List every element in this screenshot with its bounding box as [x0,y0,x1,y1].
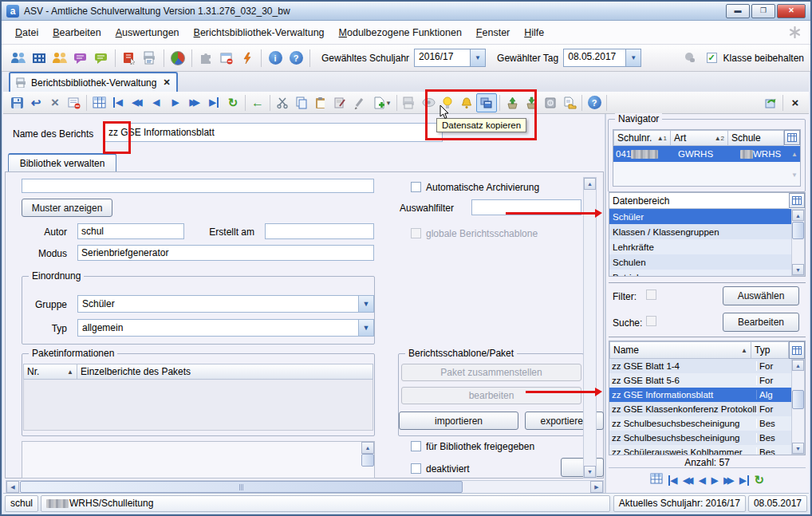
scroll-up-button[interactable]: ▲ [584,178,596,190]
fast-back-icon[interactable]: ◀◀ [128,94,147,112]
chevron-down-icon[interactable]: ▼ [358,320,373,336]
print-icon[interactable] [400,94,419,112]
undo-icon[interactable]: ↩ [26,94,45,112]
first-record-icon[interactable]: ◀ [668,475,677,486]
gruppe-select[interactable]: Schüler ▼ [77,295,374,313]
record-remove-icon[interactable] [65,94,84,112]
partial-hidden-button[interactable] [561,458,604,477]
report-col-name[interactable]: Name▲ [609,341,751,359]
message-purple-icon[interactable] [70,49,91,68]
minimize-button[interactable]: ▬ [726,4,750,18]
paste-icon[interactable] [311,94,330,112]
chevron-down-icon[interactable]: ▾ [387,99,391,107]
preview-icon[interactable] [419,94,438,112]
table-view-icon[interactable] [89,94,108,112]
fuer-bibliothek-freigegeben-checkbox[interactable] [411,441,421,451]
schuljahr-select[interactable]: 2016/17 ▼ [414,49,486,67]
paket-col-nr[interactable]: Nr.▲ [23,364,77,380]
help-icon[interactable]: ? [286,49,306,68]
bearbeiten-nav-button[interactable]: Bearbeiten [723,313,799,332]
scroll-thumb[interactable] [361,454,374,467]
table-config-icon[interactable] [784,130,800,145]
info-icon[interactable]: i [265,49,286,68]
edit-pen-icon[interactable] [349,94,369,112]
tag-select[interactable]: 08.05.2017 ▼ [563,49,641,67]
tab-bibliothek-verwalten[interactable]: Bibliothek verwalten [8,153,116,172]
school-col-art[interactable]: Art▲2 [671,130,728,146]
pupils-group-icon[interactable] [8,49,29,68]
paket-col-einzelberichte[interactable]: Einzelberichte des Pakets [77,364,373,380]
importieren-button[interactable]: importieren [399,412,518,430]
menu-fenster[interactable]: Fenster [469,23,517,42]
menu-berichtsbibliothek[interactable]: Berichtsbibliothek-Verwaltung [187,23,332,42]
menu-modulbezogene[interactable]: Modulbezogene Funktionen [332,23,469,42]
first-record-icon[interactable]: ◀ [108,94,128,112]
scroll-right-button[interactable]: ▶ [590,481,603,493]
chevron-down-icon[interactable]: ▼ [470,49,485,66]
context-help-icon[interactable]: ? [585,94,604,112]
scroll-left-button[interactable]: ◀ [6,481,19,493]
fast-back-icon[interactable]: ◀◀ [683,475,693,486]
klasse-beibehalten-checkbox[interactable]: ✓ [707,53,717,63]
notification-bell-icon[interactable] [457,94,476,112]
quick-action-bolt-icon[interactable] [237,49,258,68]
previous-record-icon[interactable]: ◀ [147,94,166,112]
refresh-icon[interactable]: ↻ [223,94,242,112]
export-document-icon[interactable] [560,94,579,112]
scroll-up-button[interactable]: ▲ [792,360,804,371]
deaktiviert-checkbox[interactable] [411,463,421,474]
table-config-icon[interactable] [789,341,805,359]
menu-auswertungen[interactable]: Auswertungen [108,23,187,42]
delete-record-icon[interactable]: × [45,94,65,112]
school-col-schule[interactable]: Schule [728,130,784,146]
reload-view-icon[interactable] [761,94,780,112]
maximize-button[interactable]: ❐ [751,4,775,18]
report-row[interactable]: zz GSE Blatt 1-4For [609,359,791,373]
refresh-icon[interactable]: ↻ [755,473,765,487]
datenbereich-item-schulen[interactable]: Schulen [609,254,791,270]
modus-input[interactable]: Serienbriefgenerator [77,245,374,261]
tab-berichtsbibliothek-verwaltung[interactable]: Berichtsbibliothek-Verwaltung ✕ [9,72,178,92]
report-row[interactable]: zz GSE Klassenkonferenz ProtokollFor [609,402,791,416]
bearbeiten-button[interactable]: bearbeiten [401,387,581,404]
teachers-group-icon[interactable] [49,49,70,68]
module-puzzle-icon[interactable] [195,49,216,68]
menu-datei[interactable]: Datei [8,23,45,42]
close-button[interactable]: ✕ [777,4,806,18]
erstellt-am-input[interactable] [265,223,374,239]
splitter[interactable] [605,114,606,494]
datenbereich-item-klassen[interactable]: Klassen / Klassengruppen [609,224,791,239]
datenbereich-scrollbar[interactable]: ▲ ▼ [791,209,805,276]
report-library-icon[interactable] [119,49,140,68]
scroll-thumb[interactable] [792,390,804,409]
save-icon[interactable] [7,94,26,112]
table-config-icon[interactable] [789,193,805,208]
close-view-icon[interactable]: × [786,94,805,112]
school-col-schulnr[interactable]: Schulnr.▲1 [613,130,671,146]
scroll-up-button[interactable]: ▲ [361,442,374,454]
tab-close-icon[interactable]: ✕ [163,77,170,88]
auswahlfilter-input[interactable] [471,199,581,215]
report-row[interactable]: zz SchulbesuchsbescheinigungBes [609,431,791,445]
message-green-icon[interactable] [91,49,112,68]
horizontal-scrollbar[interactable]: ◀ ▶ [6,480,604,494]
report-row[interactable]: zz GSE Blatt 5-6For [609,373,791,388]
panel-vertical-scrollbar[interactable]: ▲ ▼ [583,177,597,479]
report-scrollbar[interactable]: ▲ ▼ [791,359,805,455]
copy-icon[interactable] [292,94,311,112]
automatische-archivierung-checkbox[interactable] [411,182,421,192]
beschreibung-input[interactable] [22,179,374,193]
statistics-pie-icon[interactable] [168,49,188,68]
datenbereich-item-schueler[interactable]: Schüler [609,209,791,224]
new-record-icon[interactable]: ▾ [369,94,394,112]
school-row[interactable]: 041 GWRHS WRHS [613,146,800,162]
fast-forward-icon[interactable]: ▶▶ [723,475,734,486]
table-view-icon[interactable] [650,473,663,487]
edit-record-icon[interactable] [330,94,349,112]
scroll-down-button[interactable]: ▼ [584,466,596,478]
next-record-icon[interactable]: ▶ [166,94,185,112]
paket-table-body[interactable] [23,380,373,431]
typ-select[interactable]: allgemein ▼ [77,319,374,337]
archive-safe-icon[interactable] [541,94,560,112]
scroll-thumb[interactable] [20,481,463,493]
